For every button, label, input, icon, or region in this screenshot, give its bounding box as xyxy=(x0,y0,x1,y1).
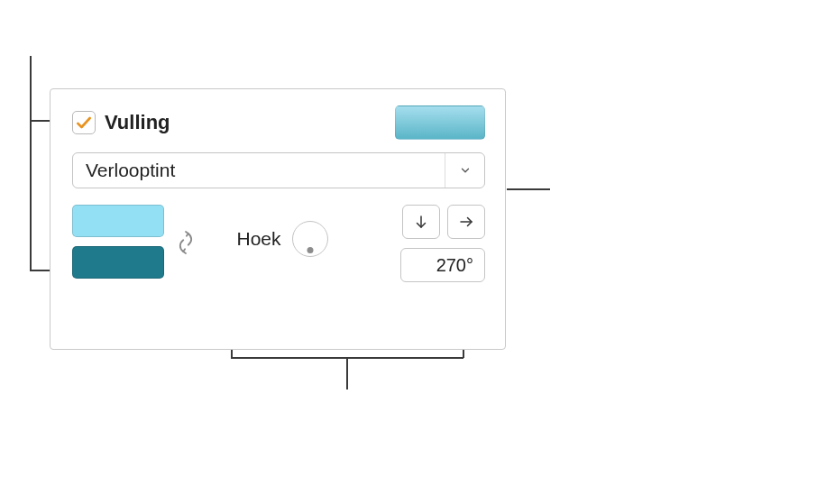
fill-panel: Vulling Verlooptint Hoek xyxy=(50,88,506,350)
arrow-down-icon xyxy=(413,214,429,230)
fill-checkbox-group: Vulling xyxy=(72,111,170,134)
angle-right-column: 270° xyxy=(400,205,485,282)
checkmark-icon xyxy=(75,114,93,132)
arrow-right-icon xyxy=(458,214,474,230)
select-arrow-box xyxy=(445,153,484,188)
angle-value-field[interactable]: 270° xyxy=(400,248,485,282)
fill-type-select-label: Verlooptint xyxy=(73,160,445,181)
fill-header-row: Vulling xyxy=(72,105,485,140)
callout-line xyxy=(346,357,348,389)
gradient-controls-row: Hoek xyxy=(72,205,485,282)
angle-dial[interactable] xyxy=(292,221,328,257)
swap-stops-button[interactable] xyxy=(173,226,198,259)
angle-dial-indicator xyxy=(307,247,313,253)
callout-line xyxy=(30,56,32,270)
angle-direction-buttons xyxy=(402,205,485,239)
gradient-stop-start[interactable] xyxy=(72,205,164,237)
angle-down-button[interactable] xyxy=(402,205,440,239)
gradient-stops-column xyxy=(72,205,164,279)
fill-type-select[interactable]: Verlooptint xyxy=(72,152,485,188)
swap-vertical-icon xyxy=(176,229,196,256)
chevron-down-icon xyxy=(459,164,472,177)
fill-preview-swatch[interactable] xyxy=(395,105,485,140)
angle-label: Hoek xyxy=(236,228,280,250)
fill-label: Vulling xyxy=(105,111,170,134)
gradient-stop-end[interactable] xyxy=(72,246,164,279)
callout-line xyxy=(507,188,550,190)
angle-right-button[interactable] xyxy=(447,205,485,239)
angle-group: Hoek xyxy=(236,221,327,257)
angle-value-text: 270° xyxy=(436,255,473,276)
fill-checkbox[interactable] xyxy=(72,111,96,134)
